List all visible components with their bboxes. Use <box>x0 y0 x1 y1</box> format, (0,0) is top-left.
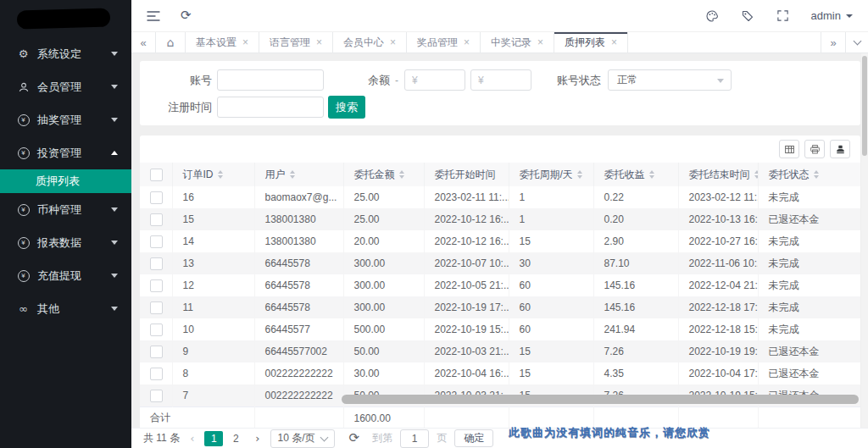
tabs-container: 基本设置×语言管理×会员中心×奖品管理×中奖记录×质押列表× <box>186 32 628 53</box>
row-checkbox[interactable] <box>150 390 163 402</box>
sidebar-item-recharge-withdraw[interactable]: ¥充值提现 <box>0 259 131 292</box>
sidebar-item-label: 系统设定 <box>37 47 111 62</box>
cell-start-time: 2022-10-19 15:... <box>424 318 509 340</box>
row-checkbox[interactable] <box>150 368 163 380</box>
close-icon[interactable]: × <box>390 36 396 48</box>
cell-status: 已退还本金 <box>758 340 860 362</box>
balance-max-input[interactable] <box>470 69 531 91</box>
refresh-icon[interactable]: ⟳ <box>181 9 192 22</box>
vertical-scrollbar-track <box>861 53 868 428</box>
next-page-button[interactable]: › <box>253 432 262 445</box>
tabs-scroll-right-button[interactable]: » <box>821 32 845 53</box>
column-header-user[interactable]: 用户 <box>254 163 343 186</box>
sidebar-item-label: 其他 <box>37 301 111 317</box>
tabs-scroll-left-button[interactable]: « <box>131 32 156 53</box>
home-tab[interactable]: ⌂ <box>156 32 186 53</box>
sidebar-item-coin-management[interactable]: ¥币种管理 <box>0 193 131 226</box>
sidebar-item-system-settings[interactable]: ⚙系统设定 <box>0 37 131 70</box>
close-icon[interactable]: × <box>242 36 248 48</box>
chevron-down-icon <box>111 52 118 56</box>
chevron-down-icon <box>111 307 118 311</box>
column-header-profit[interactable]: 委托收益 <box>593 163 678 186</box>
sort-icon[interactable] <box>399 170 404 179</box>
sort-icon[interactable] <box>218 170 223 179</box>
vertical-scrollbar-thumb[interactable] <box>862 56 867 156</box>
close-icon[interactable]: × <box>537 36 543 48</box>
goto-confirm-button[interactable]: 确定 <box>454 429 493 447</box>
sidebar-item-report-data[interactable]: ¥报表数据 <box>0 226 131 259</box>
tab-winning-records[interactable]: 中奖记录× <box>481 32 554 53</box>
print-icon[interactable] <box>804 140 825 158</box>
sort-icon[interactable] <box>577 170 582 179</box>
export-icon[interactable] <box>830 140 850 158</box>
column-header-status[interactable]: 委托状态 <box>758 163 860 186</box>
refresh-table-icon[interactable]: ⟳ <box>349 432 360 445</box>
cell-profit: 0.22 <box>593 186 678 208</box>
cell-order-id: 10 <box>172 318 254 340</box>
page-size-select[interactable]: 10 条/页 <box>270 429 335 448</box>
sort-icon[interactable] <box>754 170 759 179</box>
page-button-2[interactable]: 2 <box>226 431 245 446</box>
user-icon <box>17 81 30 93</box>
cell-start-time: 2022-10-04 16:... <box>424 362 509 384</box>
select-all-checkbox[interactable] <box>150 169 163 181</box>
sidebar-item-member-management[interactable]: 会员管理 <box>0 70 131 103</box>
column-header-end-time[interactable]: 委托结束时间 <box>678 163 758 186</box>
collapse-menu-icon[interactable] <box>147 10 160 22</box>
tab-pledge-list[interactable]: 质押列表× <box>554 32 628 53</box>
sidebar-item-lottery-management[interactable]: ¥抽奖管理 <box>0 103 131 136</box>
column-label: 订单ID <box>183 169 214 180</box>
prev-page-button[interactable]: ‹ <box>187 432 197 445</box>
tab-language-management[interactable]: 语言管理× <box>259 32 333 53</box>
balance-separator: - <box>395 75 398 86</box>
row-checkbox[interactable] <box>150 257 163 270</box>
table-body: 16baomaox7@g...25.002023-02-11 11:...10.… <box>140 186 860 429</box>
column-header-period-days[interactable]: 委托周期/天 <box>509 163 593 186</box>
chevron-down-icon <box>717 79 724 83</box>
balance-min-input[interactable] <box>404 69 465 91</box>
row-checkbox[interactable] <box>150 213 163 226</box>
cell-end-time: 2022-12-18 17:... <box>678 296 758 318</box>
tab-basic-settings[interactable]: 基本设置× <box>186 32 259 53</box>
tab-member-center[interactable]: 会员中心× <box>333 32 407 53</box>
goto-page-input[interactable] <box>400 429 429 448</box>
fullscreen-icon[interactable] <box>776 9 789 22</box>
column-settings-icon[interactable] <box>779 140 799 158</box>
cell-order-id: 14 <box>172 230 254 252</box>
row-checkbox[interactable] <box>150 235 163 248</box>
sort-icon[interactable] <box>290 170 295 179</box>
horizontal-scrollbar[interactable] <box>342 395 859 404</box>
sidebar-item-other[interactable]: ∞其他 <box>0 292 131 325</box>
row-checkbox[interactable] <box>150 346 163 358</box>
column-label: 委托收益 <box>604 169 645 180</box>
tab-prize-management[interactable]: 奖品管理× <box>407 32 481 53</box>
close-icon[interactable]: × <box>316 36 322 48</box>
register-time-input[interactable] <box>217 97 324 118</box>
user-menu[interactable]: admin <box>811 9 853 22</box>
table-row: 1366445578300.002022-10-07 10:...3087.10… <box>140 252 860 274</box>
tag-icon[interactable] <box>741 9 754 23</box>
sidebar-item-pledge-list[interactable]: 质押列表 <box>0 169 131 193</box>
theme-palette-icon[interactable] <box>705 9 719 23</box>
sidebar-item-investment-management[interactable]: ¥投资管理 <box>0 136 131 169</box>
page-button-1[interactable]: 1 <box>204 431 223 446</box>
row-checkbox[interactable] <box>150 279 163 292</box>
column-header-order-id[interactable]: 订单ID <box>172 163 254 186</box>
account-status-select[interactable]: 正常 <box>608 69 732 91</box>
account-input[interactable] <box>217 69 324 91</box>
close-icon[interactable]: × <box>611 36 617 48</box>
cell-end-time: 2022-12-04 21:... <box>678 274 758 296</box>
close-icon[interactable]: × <box>464 36 470 48</box>
cell-end-time: 2022-12-18 15:... <box>678 318 758 340</box>
column-header-amount[interactable]: 委托金额 <box>343 163 424 186</box>
cell-period-days: 60 <box>509 274 593 296</box>
sort-icon[interactable] <box>814 170 819 179</box>
cell-period-days: 1 <box>509 208 593 230</box>
row-checkbox[interactable] <box>150 301 163 314</box>
sort-icon[interactable] <box>649 170 654 179</box>
row-checkbox[interactable] <box>150 191 163 204</box>
row-checkbox[interactable] <box>150 324 163 336</box>
cell-period-days: 15 <box>509 230 593 252</box>
search-button[interactable]: 搜索 <box>328 96 365 119</box>
tabs-dropdown-button[interactable] <box>845 32 868 53</box>
